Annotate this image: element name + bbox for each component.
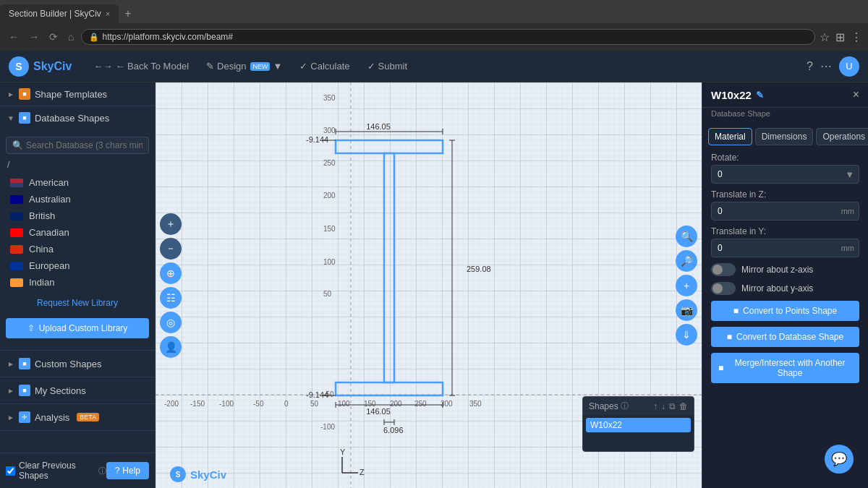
mirror-y-knob <box>712 283 723 294</box>
translate-y-input[interactable] <box>712 239 837 257</box>
analysis-section[interactable]: ► ✛ Analysis BETA <box>0 404 155 431</box>
translate-y-input-row: mm <box>711 239 859 257</box>
shape-templates-header[interactable]: ► ■ Shape Templates <box>0 82 155 106</box>
extensions-icon[interactable]: ⊞ <box>835 30 845 44</box>
database-shapes-header[interactable]: ▼ ■ Database Shapes <box>0 106 155 129</box>
search-input[interactable] <box>26 140 142 150</box>
mirror-y-row: Mirror about y-axis <box>711 282 859 295</box>
canvas-area[interactable]: -200 -150 -100 -50 0 50 100 150 200 250 … <box>156 82 702 488</box>
convert-database-icon: ■ <box>727 332 732 342</box>
rotate-input[interactable] <box>712 166 841 183</box>
zoom-area-btn[interactable]: 🔎 <box>676 250 697 272</box>
upload-icon: ⇧ <box>27 323 35 333</box>
merge-intersect-btn[interactable]: ■ Merge/Intersect with Another Shape <box>711 353 859 383</box>
apps-icon-btn[interactable]: ⋯ <box>820 59 832 73</box>
mirror-z-toggle[interactable] <box>711 263 736 276</box>
edit-icon[interactable]: ✎ <box>756 90 764 100</box>
country-canadian[interactable]: Canadian <box>0 224 155 241</box>
convert-to-database-btn[interactable]: ■ Convert to Database Shape <box>711 327 859 347</box>
shape-delete-btn[interactable]: 🗑 <box>679 401 688 411</box>
user-avatar[interactable]: U <box>839 56 859 77</box>
shape-down-btn[interactable]: ↓ <box>661 401 665 411</box>
zoom-in-btn[interactable]: ＋ <box>160 213 182 235</box>
browser-tab[interactable]: Section Builder | SkyCiv × <box>0 4 119 23</box>
country-american[interactable]: American <box>0 174 155 191</box>
zoom-full-btn[interactable]: 🔍 <box>676 226 697 247</box>
design-icon: ✎ <box>206 61 214 72</box>
country-european[interactable]: European <box>0 257 155 274</box>
tab-dimensions[interactable]: Dimensions <box>755 128 814 145</box>
flag-au-icon <box>10 195 23 204</box>
mirror-y-toggle[interactable] <box>711 282 736 295</box>
url-box[interactable]: 🔒 https://platform.skyciv.com/beam# <box>81 29 815 45</box>
svg-text:-9.144: -9.144 <box>306 135 328 144</box>
grid-btn[interactable]: ☷ <box>160 287 182 309</box>
close-panel-btn[interactable]: × <box>853 88 859 101</box>
skyciv-watermark: S SkyCiv <box>170 466 226 482</box>
my-sections-section[interactable]: ► ■ My Sections <box>0 377 155 404</box>
merge-icon: ■ <box>718 363 723 373</box>
country-european-label: European <box>29 260 69 271</box>
design-btn[interactable]: ✎ Design NEW ▼ <box>199 58 289 74</box>
photo-btn[interactable]: 📷 <box>676 299 697 321</box>
shapes-panel-actions: ↑ ↓ ⧉ 🗑 <box>653 401 688 411</box>
svg-text:146.05: 146.05 <box>366 407 391 416</box>
snap-btn[interactable]: ◎ <box>160 312 182 333</box>
shape-copy-btn[interactable]: ⧉ <box>669 401 676 411</box>
translate-z-unit: mm <box>837 207 859 215</box>
add-btn[interactable]: + <box>676 275 697 296</box>
skyciv-watermark-text: SkyCiv <box>190 468 226 481</box>
calculate-icon: ✓ <box>299 61 307 72</box>
submit-btn[interactable]: ✓ Submit <box>360 58 414 74</box>
new-tab-btn[interactable]: + <box>119 4 137 23</box>
reload-btn[interactable]: ⟳ <box>46 30 61 44</box>
app-toolbar: S SkyCiv ←→ ← Back To Model ✎ Design NEW… <box>0 51 868 82</box>
clear-shapes-checkbox[interactable] <box>6 466 15 476</box>
user-btn[interactable]: 👤 <box>160 336 182 358</box>
sidebar-section-shape-templates: ► ■ Shape Templates <box>0 82 155 106</box>
country-canadian-label: Canadian <box>29 227 69 238</box>
fit-btn[interactable]: ⊕ <box>160 262 182 284</box>
custom-shapes-icon: ■ <box>19 358 30 369</box>
upload-custom-library-btn[interactable]: ⇧ Upload Custom Library <box>6 318 149 338</box>
tab-operations[interactable]: Operations <box>816 128 868 145</box>
help-icon-btn[interactable]: ? <box>807 60 813 73</box>
country-china[interactable]: China <box>0 241 155 257</box>
country-british[interactable]: British <box>0 207 155 224</box>
custom-shapes-section[interactable]: ► ■ Custom Shapes <box>0 351 155 377</box>
svg-text:-150: -150 <box>190 400 205 408</box>
rotate-dropdown-icon[interactable]: ▼ <box>841 169 859 180</box>
shape-up-btn[interactable]: ↑ <box>653 401 658 411</box>
browser-chrome: Section Builder | SkyCiv × + ← → ⟳ ⌂ 🔒 h… <box>0 0 868 51</box>
convert-to-points-btn[interactable]: ■ Convert to Points Shape <box>711 301 859 321</box>
logo-icon: S <box>9 56 29 77</box>
chat-bubble-btn[interactable]: 💬 <box>825 445 854 474</box>
menu-icon[interactable]: ⋮ <box>851 30 862 44</box>
forward-btn[interactable]: → <box>26 30 42 44</box>
right-panel-subtitle: Database Shape <box>702 108 868 122</box>
search-box[interactable]: 🔍 <box>6 137 149 154</box>
translate-z-label: Translate in Z: <box>711 189 859 200</box>
shape-item-w10x22[interactable]: W10x22 <box>586 418 691 432</box>
zoom-out-btn[interactable]: － <box>160 238 182 260</box>
flag-eu-icon <box>10 262 23 270</box>
back-to-model-btn[interactable]: ←→ ← Back To Model <box>86 58 196 74</box>
home-btn[interactable]: ⌂ <box>65 30 77 44</box>
calculate-btn[interactable]: ✓ Calculate <box>292 58 357 74</box>
my-sections-label: My Sections <box>35 385 86 396</box>
bookmark-icon[interactable]: ☆ <box>820 30 830 44</box>
tab-material[interactable]: Material <box>708 128 752 145</box>
country-american-label: American <box>29 177 69 188</box>
tab-close-btn[interactable]: × <box>106 9 110 18</box>
svg-text:-9.144: -9.144 <box>306 390 328 399</box>
request-new-library-link[interactable]: Request New Library <box>0 292 155 314</box>
svg-text:350: 350 <box>469 400 482 408</box>
translate-z-input[interactable] <box>712 202 837 220</box>
help-btn[interactable]: ? Help <box>106 462 149 479</box>
breadcrumb: / <box>0 157 155 173</box>
back-btn[interactable]: ← <box>6 30 22 44</box>
download-btn[interactable]: ⇓ <box>676 324 697 346</box>
country-indian-label: Indian <box>29 277 54 288</box>
country-australian[interactable]: Australian <box>0 191 155 207</box>
country-indian[interactable]: Indian <box>0 274 155 291</box>
